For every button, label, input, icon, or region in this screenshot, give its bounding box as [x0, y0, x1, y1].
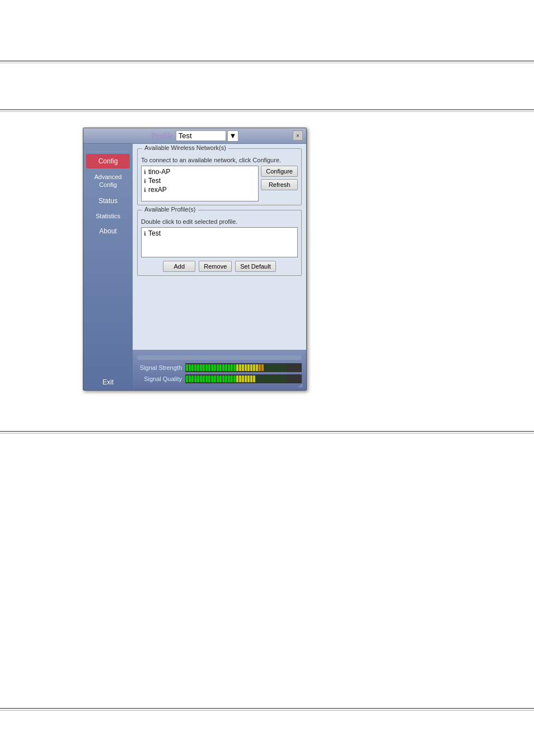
network-item-test[interactable]: ℹ Test [143, 176, 257, 185]
wifi-icon-test: ℹ [144, 178, 146, 184]
app-window: Profile ▼ × Config AdvancedConfig Status… [83, 128, 307, 391]
signal-bar [214, 375, 216, 382]
rule-mid2 [0, 111, 534, 112]
signal-bar [205, 375, 208, 382]
signal-bar [214, 364, 216, 371]
signal-bar [219, 364, 222, 371]
signal-bar [239, 364, 241, 371]
signal-bar [270, 364, 272, 371]
dropdown-arrow[interactable]: ▼ [227, 130, 238, 142]
signal-strength-label: Signal Strength [137, 364, 182, 371]
signal-bar [242, 375, 244, 382]
network-name-test: Test [148, 177, 161, 185]
signal-bar [245, 375, 247, 382]
page: Profile ▼ × Config AdvancedConfig Status… [0, 0, 534, 756]
rule-mid [0, 109, 534, 110]
signal-bar [200, 364, 202, 371]
resize-handle[interactable]: ⊿ [298, 382, 305, 389]
profile-listbox[interactable]: ℹ Test [141, 227, 298, 257]
network-listbox[interactable]: ℹ tino-AP ℹ Test ℹ rexAP [141, 166, 259, 201]
signal-bar [197, 375, 199, 382]
add-button[interactable]: Add [163, 261, 195, 272]
signal-bar [236, 375, 238, 382]
title-bar: Profile ▼ × [83, 128, 306, 144]
signal-bar [205, 364, 208, 371]
signal-bar [261, 364, 264, 371]
signal-bar [191, 375, 194, 382]
signal-bar [189, 375, 191, 382]
signal-bar [245, 364, 247, 371]
signal-bar [256, 364, 258, 371]
signal-bar [203, 364, 205, 371]
sidebar-item-exit[interactable]: Exit [86, 375, 130, 389]
signal-bar [233, 364, 236, 371]
sidebar-divider-top [88, 151, 128, 152]
signal-bar [203, 375, 205, 382]
test-input[interactable] [176, 130, 226, 141]
network-name-rexap: rexAP [148, 186, 167, 194]
sidebar-item-config[interactable]: Config [86, 154, 130, 168]
signal-bar [208, 364, 210, 371]
signal-strength-bars [185, 363, 302, 372]
signal-bar [284, 375, 286, 382]
signal-bar [239, 375, 241, 382]
refresh-button[interactable]: Refresh [261, 179, 298, 190]
signal-bar [275, 375, 278, 382]
signal-bar [217, 364, 219, 371]
signal-bar [236, 364, 238, 371]
signal-bar [273, 375, 275, 382]
wifi-icon-rexap: ℹ [144, 187, 146, 193]
available-networks-hint: To connect to an available network, clic… [141, 157, 298, 163]
profile-item-test[interactable]: ℹ Test [143, 229, 296, 238]
signal-bar [194, 375, 196, 382]
signal-bar [261, 375, 264, 382]
signal-bar [189, 364, 191, 371]
remove-button[interactable]: Remove [199, 261, 232, 272]
signal-bar [231, 375, 233, 382]
signal-bar [253, 375, 255, 382]
signal-bar [278, 364, 280, 371]
signal-bar [281, 375, 283, 382]
signal-bar [231, 364, 233, 371]
signal-bar [222, 375, 224, 382]
signal-bar [211, 375, 213, 382]
signal-bar [186, 375, 188, 382]
signal-bar [191, 364, 194, 371]
close-button[interactable]: × [293, 130, 303, 140]
signal-strength-row: Signal Strength [137, 363, 302, 372]
signal-quality-row: Signal Quality [137, 374, 302, 383]
signal-bar [247, 375, 250, 382]
signal-bar [233, 375, 236, 382]
signal-bar [275, 364, 278, 371]
set-default-button[interactable]: Set Default [235, 261, 275, 272]
signal-bar [250, 375, 252, 382]
profile-label: Profile [151, 132, 174, 140]
signal-bar [284, 364, 286, 371]
sidebar-item-advanced-config[interactable]: AdvancedConfig [86, 170, 130, 192]
signal-bar [225, 375, 227, 382]
sidebar-item-statistics[interactable]: Statistics [86, 209, 130, 223]
rule-top [0, 60, 534, 62]
signal-bar [228, 364, 230, 371]
signal-bar [259, 364, 261, 371]
sidebar-item-about[interactable]: About [86, 224, 130, 238]
profile-buttons: Add Remove Set Default [141, 261, 298, 272]
signal-quality-label: Signal Quality [137, 375, 182, 382]
network-name-tino: tino-AP [148, 168, 170, 176]
rule-bot2 [0, 433, 534, 434]
configure-button[interactable]: Configure [261, 166, 298, 177]
available-profiles-group: Available Profile(s) Double click to edi… [137, 210, 302, 276]
signal-bar [267, 364, 269, 371]
signal-bar [267, 375, 269, 382]
signal-bar [256, 375, 258, 382]
sidebar-item-status[interactable]: Status [86, 194, 130, 208]
signal-bar [225, 364, 227, 371]
available-profiles-hint: Double click to edit selected profile. [141, 218, 298, 225]
signal-bar [186, 364, 188, 371]
sidebar: Config AdvancedConfig Status Statistics … [83, 144, 133, 390]
signal-bar [217, 375, 219, 382]
network-list-container: ℹ tino-AP ℹ Test ℹ rexAP Config [141, 166, 298, 201]
network-item-tino-ap[interactable]: ℹ tino-AP [143, 167, 257, 176]
network-item-rexap[interactable]: ℹ rexAP [143, 185, 257, 194]
rule-vbot [0, 708, 534, 709]
